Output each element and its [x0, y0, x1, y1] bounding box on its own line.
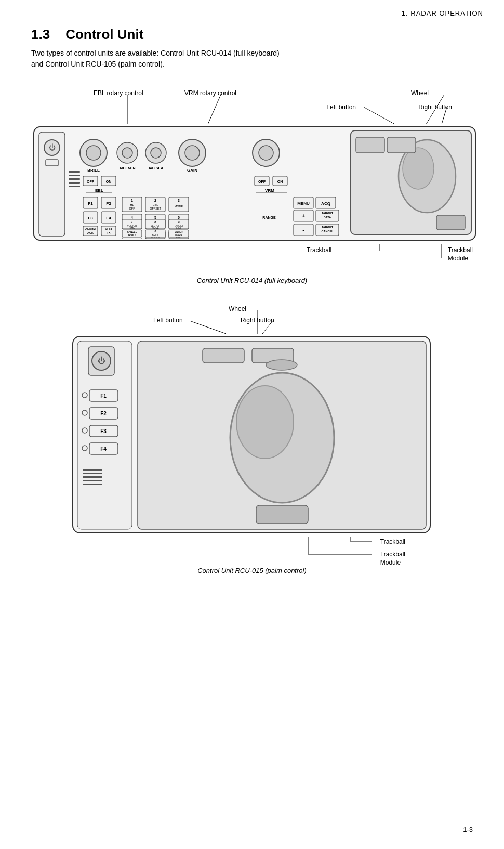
- svg-text:ALARM: ALARM: [85, 227, 96, 230]
- svg-rect-14: [69, 186, 80, 187]
- diagram1-caption: Control Unit RCU-014 (full keyboard): [31, 277, 473, 284]
- svg-text:6: 6: [178, 216, 180, 219]
- svg-text:VRM: VRM: [265, 188, 274, 193]
- svg-text:OFFSET: OFFSET: [150, 207, 161, 210]
- svg-text:A/C SEA: A/C SEA: [149, 166, 163, 170]
- svg-text:ACK: ACK: [87, 231, 94, 234]
- svg-text:EBL: EBL: [95, 188, 103, 193]
- svg-text:F4: F4: [106, 216, 111, 220]
- svg-text:MARK: MARK: [175, 234, 182, 237]
- svg-text:MODE: MODE: [175, 205, 183, 208]
- svg-rect-160: [203, 348, 244, 363]
- svg-point-162: [266, 360, 297, 370]
- svg-rect-165: [256, 505, 308, 524]
- svg-text:TARGET: TARGET: [322, 212, 334, 215]
- svg-text:ON: ON: [106, 180, 112, 184]
- svg-rect-12: [69, 178, 80, 180]
- svg-text:EBL: EBL: [153, 203, 158, 206]
- svg-text:LIST: LIST: [176, 227, 181, 229]
- svg-text:⏻: ⏻: [98, 356, 105, 365]
- svg-text:ON: ON: [277, 180, 283, 184]
- svg-text:STBY: STBY: [105, 227, 113, 230]
- svg-point-25: [185, 146, 200, 160]
- svg-rect-127: [356, 137, 384, 153]
- diagram2-caption: Control Unit RCU-015 (palm control): [31, 567, 473, 574]
- svg-text:TX: TX: [107, 231, 110, 234]
- label2-trackball-module: TrackballModule: [380, 551, 405, 567]
- intro-text: Two types of control units are available…: [31, 48, 473, 70]
- label-right-button: Right button: [418, 103, 452, 111]
- svg-text:MENU: MENU: [297, 201, 310, 206]
- svg-line-3: [364, 107, 395, 124]
- label2-left-button: Left button: [153, 317, 183, 324]
- svg-text:TIME: TIME: [129, 227, 135, 229]
- label-trackball-module: TrackballModule: [448, 246, 473, 263]
- rcu015-diagram: ⏻ F1 F2 F3 F4: [70, 334, 434, 537]
- page-footer: 1-3: [463, 826, 473, 833]
- svg-text:0: 0: [154, 230, 156, 233]
- svg-text:F3: F3: [100, 428, 107, 434]
- section-title: Control Unit: [65, 27, 143, 43]
- svg-text:2: 2: [154, 199, 156, 202]
- svg-text:ACQ: ACQ: [321, 201, 330, 206]
- svg-rect-9: [46, 160, 58, 166]
- svg-point-16: [86, 146, 101, 160]
- svg-text:F2: F2: [100, 411, 107, 416]
- svg-line-1: [208, 95, 221, 124]
- svg-text:MODE: MODE: [152, 227, 159, 229]
- label-trackball: Trackball: [307, 246, 331, 254]
- svg-text:F1: F1: [88, 201, 93, 206]
- svg-text:3: 3: [178, 199, 180, 202]
- rcu014-diagram: ⏻ BRILL A/C RAIN A/C SEA GAIN: [31, 124, 478, 244]
- label-wheel: Wheel: [411, 89, 429, 97]
- svg-text:F3: F3: [88, 216, 93, 220]
- svg-rect-129: [436, 215, 465, 230]
- svg-point-164: [236, 386, 294, 459]
- label-vrm-rotary: VRM rotary control: [184, 89, 236, 97]
- svg-point-40: [259, 146, 273, 160]
- svg-point-126: [403, 148, 434, 189]
- section-number: 1.3: [31, 27, 50, 43]
- page-header: 1. RADAR OPERATION: [0, 0, 504, 17]
- svg-text:GAIN: GAIN: [187, 168, 197, 173]
- svg-text:+: +: [302, 213, 305, 219]
- label2-trackball: Trackball: [380, 538, 405, 545]
- label-left-button: Left button: [326, 103, 356, 111]
- svg-text:A/C RAIN: A/C RAIN: [119, 166, 135, 170]
- svg-rect-155: [83, 473, 102, 474]
- svg-rect-13: [69, 182, 80, 184]
- svg-rect-158: [83, 484, 102, 485]
- svg-text:OFF: OFF: [129, 207, 136, 210]
- svg-point-19: [122, 148, 132, 158]
- svg-rect-128: [387, 137, 416, 153]
- svg-text:BRILL: BRILL: [87, 168, 100, 173]
- svg-text:ENTER: ENTER: [175, 231, 183, 233]
- svg-rect-11: [69, 175, 80, 176]
- svg-text:F2: F2: [106, 201, 111, 206]
- svg-text:-: -: [302, 227, 304, 233]
- svg-rect-157: [83, 480, 102, 481]
- svg-text:BRILL: BRILL: [152, 234, 159, 237]
- svg-point-22: [151, 148, 161, 158]
- label2-right-button: Right button: [241, 317, 274, 324]
- diagram2-leader-lines-bottom: [70, 537, 434, 563]
- svg-text:RANGE: RANGE: [262, 216, 276, 219]
- svg-text:OFF: OFF: [258, 180, 266, 184]
- svg-text:1: 1: [131, 199, 133, 202]
- svg-text:5: 5: [154, 216, 156, 219]
- svg-text:⏻: ⏻: [49, 143, 56, 151]
- svg-text:TARGET: TARGET: [322, 226, 334, 229]
- label-ebl-rotary: EBL rotary control: [94, 89, 143, 97]
- svg-text:TRAILS: TRAILS: [128, 234, 136, 237]
- diagram1-leader-lines-bottom: [31, 244, 478, 272]
- svg-rect-10: [69, 171, 80, 173]
- svg-rect-154: [83, 469, 102, 471]
- svg-text:DATA: DATA: [324, 216, 331, 219]
- svg-text:4: 4: [131, 216, 133, 219]
- svg-text:F4: F4: [100, 446, 107, 452]
- svg-line-135: [190, 321, 226, 334]
- label2-wheel: Wheel: [229, 305, 246, 312]
- svg-text:OFF: OFF: [87, 180, 95, 184]
- svg-text:CANCEL: CANCEL: [127, 231, 137, 233]
- svg-rect-156: [83, 476, 102, 478]
